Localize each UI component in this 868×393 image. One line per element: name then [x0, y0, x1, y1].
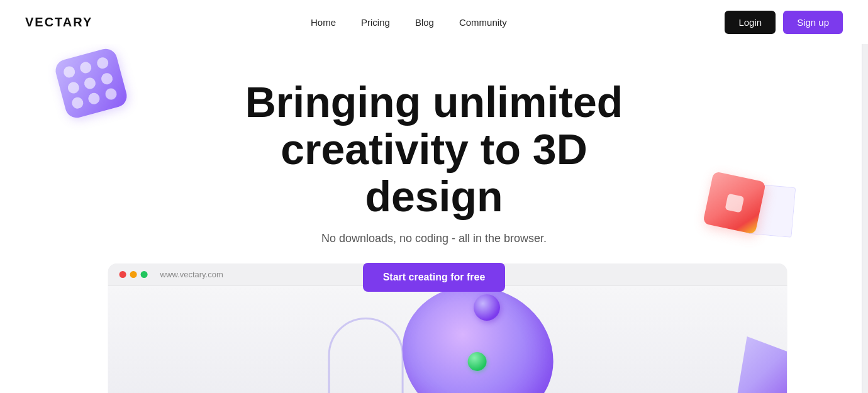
login-button[interactable]: Login — [725, 11, 776, 34]
waffle-dot — [67, 80, 81, 94]
nav-link-community[interactable]: Community — [459, 17, 507, 28]
3d-purple-sphere — [474, 294, 500, 321]
waffle-dot — [79, 60, 93, 74]
hero-headline-line1: Bringing unlimited — [245, 78, 623, 126]
cta-button[interactable]: Start creating for free — [363, 263, 506, 292]
nav-actions: Login Sign up — [725, 11, 843, 34]
3d-waffle-object — [60, 53, 135, 126]
nav-link-blog[interactable]: Blog — [415, 17, 434, 28]
browser-content — [108, 286, 787, 393]
waffle-dot — [100, 72, 114, 86]
waffle-dot — [62, 65, 76, 79]
nav-link-pricing[interactable]: Pricing — [361, 17, 390, 28]
waffle-dot — [87, 92, 101, 106]
signup-button[interactable]: Sign up — [783, 11, 843, 34]
nav-links: Home Pricing Blog Community — [311, 17, 507, 28]
3d-purple-crystal — [737, 336, 787, 393]
nav-link-home[interactable]: Home — [311, 17, 336, 28]
3d-glass-arch — [328, 318, 404, 393]
hero-headline-line2: creativity to 3D design — [281, 125, 587, 220]
logo[interactable]: VECTARY — [25, 15, 92, 30]
waffle-dot — [83, 76, 97, 90]
waffle-dot — [70, 96, 84, 110]
waffle-dot — [104, 87, 118, 101]
waffle-dot — [96, 56, 109, 70]
hero-headline: Bringing unlimited creativity to 3D desi… — [214, 79, 654, 219]
navbar: VECTARY Home Pricing Blog Community Logi… — [0, 0, 868, 44]
3d-pink-square-object — [708, 176, 777, 245]
pink-square-hole — [725, 193, 744, 213]
